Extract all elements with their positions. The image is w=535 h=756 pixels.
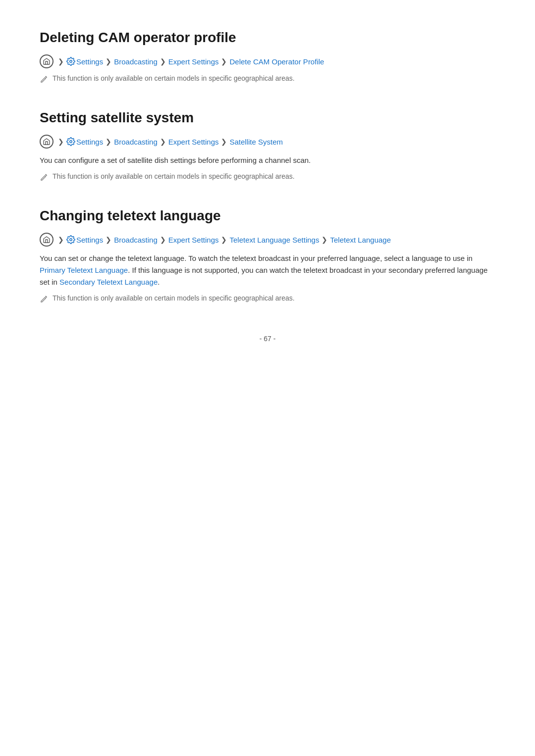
section-satellite-system: Setting satellite system ❯ Settings ❯ Br… (40, 110, 495, 183)
settings-gear-icon-2 (66, 137, 75, 146)
breadcrumb-settings-1[interactable]: Settings (76, 57, 103, 66)
section-teletext-language: Changing teletext language ❯ Settings ❯ … (40, 208, 495, 305)
breadcrumb-sep-t1: ❯ (58, 236, 64, 244)
breadcrumb-satellite: ❯ Settings ❯ Broadcasting ❯ Expert Setti… (40, 135, 495, 149)
breadcrumb-sep-s2: ❯ (106, 138, 111, 146)
note-text-2: This function is only available on certa… (53, 172, 295, 180)
svg-point-1 (70, 141, 72, 143)
teletext-text-before: You can set or change the teletext langu… (40, 254, 473, 262)
breadcrumb-sep-1: ❯ (58, 57, 64, 65)
breadcrumb-sep-3: ❯ (160, 57, 166, 65)
section-title-teletext: Changing teletext language (40, 208, 495, 224)
note-text-1: This function is only available on certa… (53, 74, 295, 82)
section-delete-cam: Deleting CAM operator profile ❯ Settings… (40, 30, 495, 85)
teletext-body-text: You can set or change the teletext langu… (40, 252, 495, 288)
secondary-teletext-link[interactable]: Secondary Teletext Language (59, 278, 158, 286)
breadcrumb-sep-t4: ❯ (221, 236, 227, 244)
breadcrumb-teletext: ❯ Settings ❯ Broadcasting ❯ Expert Setti… (40, 233, 495, 247)
page-number: - 67 - (40, 335, 495, 343)
breadcrumb-expert-settings-1[interactable]: Expert Settings (168, 57, 219, 66)
breadcrumb-sep-s1: ❯ (58, 138, 64, 146)
svg-point-0 (70, 60, 72, 63)
breadcrumb-sep-t2: ❯ (106, 236, 111, 244)
breadcrumb-settings-2[interactable]: Settings (76, 138, 103, 146)
note-delete-cam: This function is only available on certa… (40, 74, 495, 85)
breadcrumb-teletext-language-label[interactable]: Teletext Language (330, 236, 391, 244)
note-text-3: This function is only available on certa… (53, 294, 295, 302)
breadcrumb-sep-s4: ❯ (221, 138, 227, 146)
svg-point-2 (70, 239, 72, 241)
home-icon (40, 54, 54, 68)
teletext-text-after: . (158, 278, 160, 286)
breadcrumb-teletext-settings-label[interactable]: Teletext Language Settings (229, 236, 319, 244)
breadcrumb-delete-cam-label[interactable]: Delete CAM Operator Profile (229, 57, 324, 66)
section-title-satellite: Setting satellite system (40, 110, 495, 126)
breadcrumb-expert-settings-2[interactable]: Expert Settings (168, 138, 219, 146)
breadcrumb-sep-2: ❯ (106, 57, 111, 65)
breadcrumb-delete-cam: ❯ Settings ❯ Broadcasting ❯ Expert Setti… (40, 54, 495, 68)
breadcrumb-sep-t5: ❯ (321, 236, 327, 244)
note-teletext: This function is only available on certa… (40, 294, 495, 305)
settings-gear-icon-1 (66, 57, 75, 66)
home-icon-3 (40, 233, 54, 247)
breadcrumb-broadcasting-2[interactable]: Broadcasting (114, 138, 158, 146)
primary-teletext-link[interactable]: Primary Teletext Language (40, 266, 128, 274)
breadcrumb-settings-3[interactable]: Settings (76, 236, 103, 244)
pencil-icon-1 (40, 75, 49, 85)
breadcrumb-satellite-label[interactable]: Satellite System (229, 138, 283, 146)
breadcrumb-broadcasting-3[interactable]: Broadcasting (114, 236, 158, 244)
breadcrumb-broadcasting-1[interactable]: Broadcasting (114, 57, 158, 66)
note-satellite: This function is only available on certa… (40, 172, 495, 183)
breadcrumb-sep-s3: ❯ (160, 138, 166, 146)
breadcrumb-sep-4: ❯ (221, 57, 227, 65)
section-title-delete-cam: Deleting CAM operator profile (40, 30, 495, 46)
satellite-body-text: You can configure a set of satellite dis… (40, 154, 495, 166)
pencil-icon-3 (40, 295, 49, 305)
pencil-icon-2 (40, 173, 49, 183)
breadcrumb-expert-settings-3[interactable]: Expert Settings (168, 236, 219, 244)
breadcrumb-sep-t3: ❯ (160, 236, 166, 244)
settings-gear-icon-3 (66, 235, 75, 244)
home-icon-2 (40, 135, 54, 149)
